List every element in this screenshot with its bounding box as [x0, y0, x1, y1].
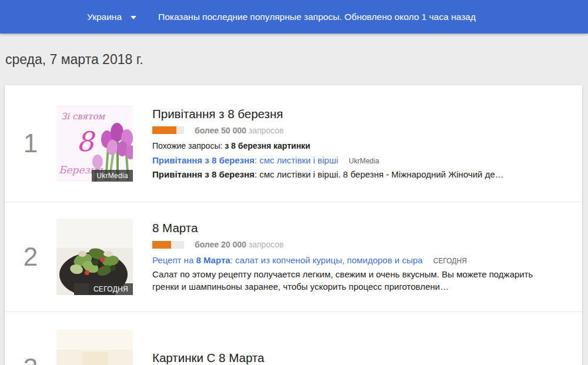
- gift-image: [56, 330, 133, 365]
- volume-bar-fill: [152, 241, 171, 249]
- news-snippet: Салат по этому рецепту получается легким…: [152, 268, 533, 293]
- date-heading: среда, 7 марта 2018 г.: [0, 34, 588, 85]
- trends-card: 1 Зі святом 8 Березня: [5, 85, 582, 365]
- trend-rank: 1: [5, 129, 56, 158]
- volume-bar-track: [152, 126, 184, 134]
- news-headline-link[interactable]: Рецепт на 8 Марта: салат из копченой кур…: [152, 255, 423, 265]
- header-status-text: Показаны последние популярные запросы. О…: [158, 12, 476, 22]
- trend-thumbnail-gift[interactable]: [56, 330, 133, 365]
- trend-row-3: 3 Картинки С 8 Мар: [5, 312, 582, 365]
- news-headline: Привітання з 8 березня: смс листівки і в…: [152, 155, 570, 165]
- volume-bar-track: [152, 241, 184, 249]
- svg-text:8: 8: [76, 126, 96, 158]
- trend-content: 8 Марта более 20 000 запросов Рецепт на …: [152, 221, 582, 293]
- news-source: UkrMedia: [349, 157, 379, 165]
- trend-title-link[interactable]: Картинки С 8 Марта: [152, 351, 570, 365]
- trend-rank: 2: [5, 242, 56, 272]
- thumbnail-source-label: СЕГОДНЯ: [89, 283, 133, 295]
- region-selector[interactable]: Украина: [87, 12, 136, 22]
- top-header-bar: Украина Показаны последние популярные за…: [0, 0, 588, 34]
- trend-content: Привітання з 8 березня более 50 000 запр…: [152, 107, 582, 180]
- trend-thumbnail-tulips[interactable]: Зі святом 8 Березня U: [56, 105, 133, 182]
- news-source: СЕГОДНЯ: [433, 257, 467, 265]
- search-volume: более 50 000 запросов: [152, 126, 570, 135]
- trend-row-2: 2: [5, 202, 582, 312]
- trend-thumbnail-salad[interactable]: СЕГОДНЯ: [56, 219, 133, 295]
- chevron-down-icon: [131, 16, 136, 19]
- news-headline-link[interactable]: Привітання з 8 березня: смс листівки і в…: [152, 155, 338, 165]
- related-queries: Похожие запросы: з 8 березня картинки: [152, 141, 570, 150]
- trend-title-link[interactable]: 8 Марта: [152, 221, 570, 235]
- trend-rank: 3: [5, 353, 56, 365]
- volume-text: более 50 000 запросов: [195, 126, 283, 135]
- news-headline: Рецепт на 8 Марта: салат из копченой кур…: [152, 255, 570, 265]
- trend-row-1: 1 Зі святом 8 Березня: [5, 85, 582, 202]
- volume-bar-fill: [152, 126, 176, 134]
- related-query-link[interactable]: з 8 березня картинки: [225, 141, 310, 150]
- thumbnail-source-label: UkrMedia: [92, 170, 133, 182]
- svg-text:Зі святом: Зі святом: [61, 111, 106, 122]
- news-snippet: Привітання з 8 березня: смс листівки і в…: [152, 168, 533, 180]
- trend-title-link[interactable]: Привітання з 8 березня: [152, 107, 570, 121]
- search-volume: более 20 000 запросов: [152, 240, 570, 249]
- volume-text: более 20 000 запросов: [195, 240, 283, 249]
- trend-content: Картинки С 8 Марта более 20 000 запросов: [152, 351, 582, 365]
- region-selector-label: Украина: [87, 12, 122, 22]
